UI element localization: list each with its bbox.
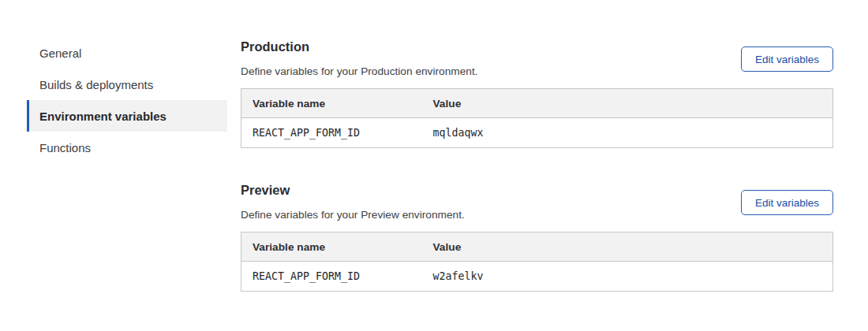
variable-name-cell: REACT_APP_FORM_ID <box>241 118 422 148</box>
column-header-value: Value <box>422 89 833 118</box>
sidebar-item-label: Builds & deployments <box>39 78 153 91</box>
environment-variables-panel: Production Define variables for your Pro… <box>241 35 833 292</box>
sidebar-item-label: Environment variables <box>39 110 166 123</box>
sidebar-item-label: General <box>39 46 81 60</box>
production-section-header: Production Define variables for your Pro… <box>241 35 833 77</box>
production-header-text: Production Define variables for your Pro… <box>241 35 478 77</box>
column-header-variable-name: Variable name <box>241 89 422 118</box>
settings-sidebar: General Builds & deployments Environment… <box>27 37 227 292</box>
table-row: REACT_APP_FORM_ID mqldaqwx <box>241 118 833 148</box>
variable-value-cell: mqldaqwx <box>422 118 833 148</box>
edit-variables-button-production[interactable]: Edit variables <box>741 46 833 72</box>
sidebar-item-label: Functions <box>39 141 91 154</box>
table-header-row: Variable name Value <box>241 232 833 262</box>
section-title-preview: Preview <box>241 178 465 198</box>
section-description-preview: Define variables for your Preview enviro… <box>241 209 465 221</box>
column-header-value: Value <box>422 232 833 262</box>
production-variables-table: Variable name Value REACT_APP_FORM_ID mq… <box>241 88 833 148</box>
column-header-variable-name: Variable name <box>241 232 422 262</box>
section-description-production: Define variables for your Production env… <box>241 65 478 77</box>
table-row: REACT_APP_FORM_ID w2afelkv <box>241 262 833 292</box>
edit-variables-button-preview[interactable]: Edit variables <box>741 190 833 215</box>
sidebar-item-functions[interactable]: Functions <box>27 132 227 163</box>
preview-section-header: Preview Define variables for your Previe… <box>241 178 833 221</box>
section-title-production: Production <box>241 35 478 54</box>
sidebar-item-builds-deployments[interactable]: Builds & deployments <box>27 69 227 100</box>
preview-section: Preview Define variables for your Previe… <box>241 178 833 292</box>
settings-page: General Builds & deployments Environment… <box>0 0 868 292</box>
variable-name-cell: REACT_APP_FORM_ID <box>241 262 422 292</box>
sidebar-item-general[interactable]: General <box>27 37 227 69</box>
production-section: Production Define variables for your Pro… <box>241 35 833 148</box>
sidebar-item-environment-variables[interactable]: Environment variables <box>27 100 227 132</box>
preview-header-text: Preview Define variables for your Previe… <box>241 178 465 221</box>
variable-value-cell: w2afelkv <box>422 262 833 292</box>
table-header-row: Variable name Value <box>241 89 833 118</box>
preview-variables-table: Variable name Value REACT_APP_FORM_ID w2… <box>241 232 833 292</box>
